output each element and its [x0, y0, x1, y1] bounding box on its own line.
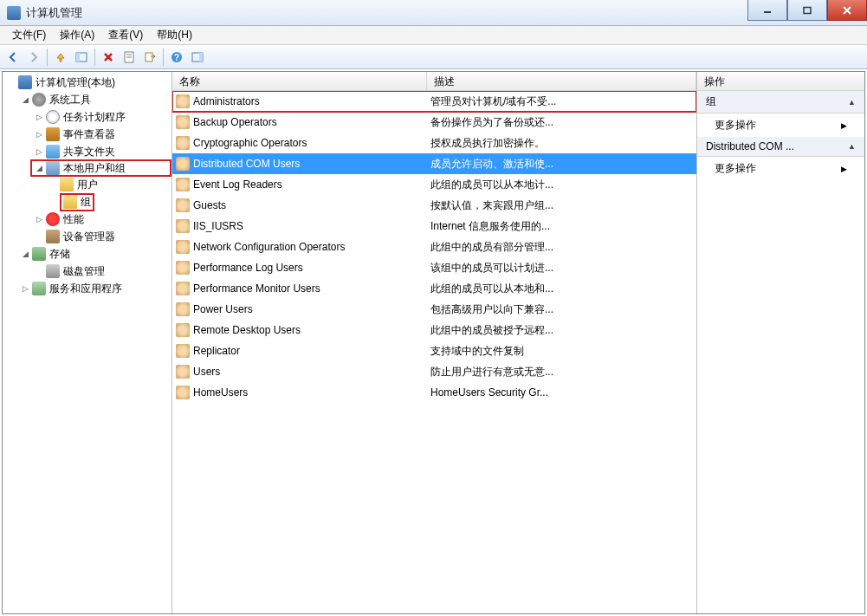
action-pane-button[interactable] — [188, 48, 207, 67]
group-desc: 此组中的成员有部分管理... — [430, 240, 693, 255]
up-button[interactable] — [51, 48, 70, 67]
action-item-label: 更多操作 — [715, 161, 756, 176]
tree-device-manager[interactable]: 设备管理器 — [30, 228, 171, 245]
menu-view[interactable]: 查看(V) — [101, 26, 150, 44]
help-button[interactable]: ? — [167, 48, 186, 67]
service-icon — [32, 282, 46, 295]
group-icon — [176, 282, 190, 295]
list-row[interactable]: Distributed COM Users成员允许启动、激活和使... — [172, 153, 696, 174]
group-icon — [176, 115, 190, 129]
group-desc: 成员允许启动、激活和使... — [430, 157, 693, 172]
expand-icon[interactable]: ▷ — [20, 283, 30, 294]
group-desc: 支持域中的文件复制 — [430, 344, 693, 359]
forward-button[interactable] — [24, 48, 43, 67]
tree-spacer — [34, 266, 44, 276]
tree-performance[interactable]: ▷ 性能 — [30, 211, 171, 228]
list-row[interactable]: Backup Operators备份操作员为了备份或还... — [172, 112, 696, 133]
list-row[interactable]: Network Configuration Operators此组中的成员有部分… — [172, 237, 696, 257]
show-hide-tree-button[interactable] — [72, 48, 91, 67]
tree-panel: 计算机管理(本地) ◢ 系统工具 ▷ 任务计划程序 ▷ — [3, 72, 172, 613]
group-desc: Internet 信息服务使用的... — [430, 219, 693, 234]
menu-bar: 文件(F) 操作(A) 查看(V) 帮助(H) — [0, 26, 867, 45]
export-button[interactable] — [140, 48, 159, 67]
tree-groups[interactable]: 组 — [44, 193, 171, 211]
tree-label: 本地用户和组 — [63, 161, 126, 176]
clock-icon — [46, 110, 60, 124]
column-desc[interactable]: 描述 — [427, 72, 696, 90]
action-section-groups[interactable]: 组 ▲ — [697, 91, 864, 113]
properties-button[interactable] — [120, 48, 139, 67]
menu-file[interactable]: 文件(F) — [5, 26, 53, 44]
collapse-arrow-icon: ▲ — [848, 98, 856, 107]
maximize-button[interactable] — [787, 0, 827, 21]
minimize-button[interactable] — [747, 0, 787, 21]
list-row[interactable]: Power Users包括高级用户以向下兼容... — [172, 299, 696, 320]
tree-event-viewer[interactable]: ▷ 事件查看器 — [30, 126, 171, 143]
list-row[interactable]: Event Log Readers此组的成员可以从本地计... — [172, 174, 696, 195]
list-row[interactable]: Performance Monitor Users此组的成员可以从本地和... — [172, 278, 696, 299]
app-icon — [7, 6, 21, 20]
action-more-selected[interactable]: 更多操作 ▶ — [697, 157, 864, 180]
group-icon — [176, 323, 190, 337]
list-row[interactable]: IIS_IUSRSInternet 信息服务使用的... — [172, 216, 696, 237]
column-name[interactable]: 名称 — [172, 72, 427, 90]
collapse-icon[interactable]: ◢ — [34, 163, 44, 173]
close-button[interactable] — [827, 0, 867, 21]
tree-label: 事件查看器 — [63, 127, 115, 142]
action-section-selected[interactable]: Distributed COM ... ▲ — [697, 137, 864, 157]
group-icon — [176, 344, 190, 358]
tree-label: 服务和应用程序 — [49, 282, 122, 296]
list-row[interactable]: Cryptographic Operators授权成员执行加密操作。 — [172, 133, 696, 153]
tree-disk-management[interactable]: 磁盘管理 — [30, 263, 171, 280]
group-name: Administrators — [193, 95, 430, 107]
list-row[interactable]: Replicator支持域中的文件复制 — [172, 340, 696, 361]
tree-services-apps[interactable]: ▷ 服务和应用程序 — [16, 280, 171, 297]
list-row[interactable]: Administrators管理员对计算机/域有不受... — [172, 91, 696, 112]
disk-icon — [46, 264, 60, 278]
menu-action[interactable]: 操作(A) — [53, 26, 101, 44]
list-row[interactable]: HomeUsersHomeUsers Security Gr... — [172, 382, 696, 403]
tree-root[interactable]: 计算机管理(本地) — [3, 74, 171, 91]
tree-spacer — [48, 179, 58, 190]
delete-button[interactable] — [99, 48, 118, 67]
event-icon — [46, 127, 60, 141]
tree-system-tools[interactable]: ◢ 系统工具 — [16, 91, 171, 108]
back-button[interactable] — [3, 48, 23, 67]
list-row[interactable]: Performance Log Users该组中的成员可以计划进... — [172, 257, 696, 278]
list-body: Administrators管理员对计算机/域有不受...Backup Oper… — [172, 91, 696, 613]
expand-icon[interactable]: ▷ — [34, 129, 44, 139]
action-more-groups[interactable]: 更多操作 ▶ — [697, 113, 864, 137]
group-desc: 该组中的成员可以计划进... — [430, 261, 693, 276]
group-desc: 管理员对计算机/域有不受... — [430, 94, 693, 109]
toolbar-separator — [94, 49, 95, 66]
expand-icon[interactable]: ▷ — [34, 146, 44, 157]
tree-spacer — [48, 197, 58, 207]
tree-shared-folders[interactable]: ▷ 共享文件夹 — [30, 143, 171, 160]
tree-label: 任务计划程序 — [63, 110, 126, 125]
svg-rect-1 — [804, 7, 811, 13]
group-name: Performance Monitor Users — [193, 282, 430, 295]
tree-label: 组 — [81, 195, 91, 210]
performance-icon — [46, 212, 60, 226]
list-row[interactable]: Guests按默认值，来宾跟用户组... — [172, 195, 696, 216]
action-item-label: 更多操作 — [715, 118, 756, 133]
computer-icon — [18, 75, 32, 89]
action-section-label: 组 — [706, 94, 716, 109]
expand-icon[interactable]: ▷ — [34, 112, 44, 122]
collapse-icon[interactable]: ◢ — [20, 94, 30, 105]
menu-help[interactable]: 帮助(H) — [150, 26, 199, 44]
tree-local-users-groups[interactable]: ◢ 本地用户和组 — [30, 159, 171, 177]
group-name: Users — [193, 366, 430, 378]
group-desc: 包括高级用户以向下兼容... — [430, 302, 693, 317]
tree-storage[interactable]: ◢ 存储 — [16, 245, 171, 263]
list-row[interactable]: Remote Desktop Users此组中的成员被授予远程... — [172, 320, 696, 340]
expand-icon[interactable]: ▷ — [34, 214, 44, 224]
window-title: 计算机管理 — [26, 5, 82, 21]
list-header: 名称 描述 — [172, 72, 696, 91]
list-row[interactable]: Users防止用户进行有意或无意... — [172, 361, 696, 382]
tree-users[interactable]: 用户 — [44, 176, 171, 193]
tree-task-scheduler[interactable]: ▷ 任务计划程序 — [30, 108, 171, 126]
collapse-icon[interactable]: ◢ — [20, 249, 30, 259]
chevron-right-icon: ▶ — [841, 121, 847, 130]
svg-rect-11 — [146, 53, 152, 62]
